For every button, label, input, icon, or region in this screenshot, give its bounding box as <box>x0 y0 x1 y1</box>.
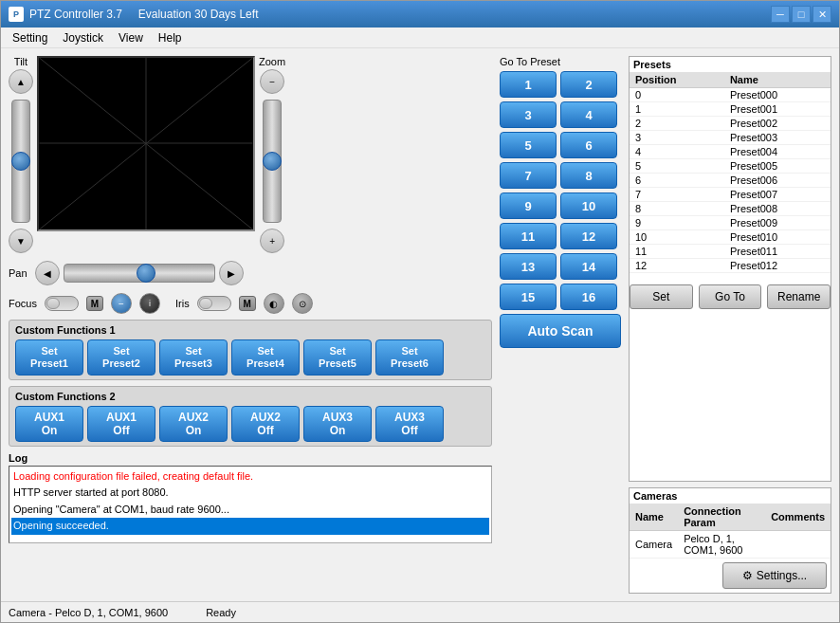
focus-toggle[interactable] <box>45 296 79 311</box>
log-section: Log Loading configuration file failed, c… <box>9 452 492 543</box>
preset-btn-15[interactable]: 15 <box>500 284 557 310</box>
preset-btn-2[interactable]: 2 <box>560 71 617 98</box>
aux1-off-button[interactable]: AUX1Off <box>87 406 155 442</box>
set-preset5-button[interactable]: SetPreset5 <box>303 339 372 376</box>
tilt-down-button[interactable]: ▼ <box>9 229 33 253</box>
iris-toggle[interactable] <box>197 296 231 311</box>
menu-help[interactable]: Help <box>151 29 190 46</box>
camera-comments <box>765 531 831 559</box>
set-preset6-button[interactable]: SetPreset6 <box>375 339 444 376</box>
goto-button[interactable]: Go To <box>699 284 762 309</box>
name-cell: Preset007 <box>724 188 831 202</box>
tilt-slider[interactable] <box>11 100 30 223</box>
app-title: PTZ Controller 3.7 <box>29 8 122 21</box>
col-name: Name <box>724 72 831 88</box>
preset-btn-7[interactable]: 7 <box>500 162 557 189</box>
camera-row: Camera Pelco D, 1, COM1, 9600 <box>630 531 831 559</box>
table-row: 12Preset012 <box>630 259 831 273</box>
col-position: Position <box>630 72 724 88</box>
position-cell: 11 <box>630 245 724 259</box>
zoom-in-button[interactable]: − <box>260 69 284 94</box>
tilt-label: Tilt <box>14 56 27 67</box>
set-preset3-button[interactable]: SetPreset3 <box>159 339 228 376</box>
focus-info-button[interactable]: i <box>139 293 160 314</box>
aux2-on-button[interactable]: AUX2On <box>159 406 228 442</box>
close-button[interactable]: ✕ <box>813 6 831 23</box>
camera-name: Camera <box>630 531 678 559</box>
set-preset4-button[interactable]: SetPreset4 <box>231 339 300 376</box>
zoom-slider[interactable] <box>263 100 282 223</box>
pan-right-button[interactable]: ▶ <box>219 261 244 285</box>
goto-preset-label: Go To Preset <box>500 56 621 67</box>
focus-minus-button[interactable]: − <box>111 293 132 314</box>
camera-connection: Pelco D, 1, COM1, 9600 <box>678 531 765 559</box>
set-preset1-button[interactable]: SetPreset1 <box>15 339 83 376</box>
rename-button[interactable]: Rename <box>767 284 831 309</box>
preset-btn-8[interactable]: 8 <box>560 162 617 189</box>
iris-plus-button[interactable]: ⊙ <box>292 293 313 314</box>
position-cell: 5 <box>630 159 724 174</box>
preset-btn-16[interactable]: 16 <box>560 284 617 310</box>
set-preset2-button[interactable]: SetPreset2 <box>87 339 155 376</box>
table-row: 6Preset006 <box>630 174 831 188</box>
aux3-on-button[interactable]: AUX3On <box>303 406 372 442</box>
cam-col-name: Name <box>630 504 678 531</box>
name-cell: Preset001 <box>724 102 831 117</box>
log-entry-selected: Opening succeeded. <box>11 518 489 534</box>
iris-minus-button[interactable]: ◐ <box>264 293 284 314</box>
zoom-label: Zoom <box>259 56 285 67</box>
cam-col-connection: Connection Param <box>678 504 765 531</box>
position-cell: 1 <box>630 102 724 117</box>
aux2-off-button[interactable]: AUX2Off <box>231 406 300 442</box>
aux1-on-button[interactable]: AUX1On <box>15 406 83 442</box>
zoom-section: Zoom − + <box>259 56 285 253</box>
maximize-button[interactable]: □ <box>792 6 811 23</box>
aux3-off-button[interactable]: AUX3Off <box>375 406 444 442</box>
name-cell: Preset006 <box>724 174 831 188</box>
preset-btn-9[interactable]: 9 <box>500 192 557 219</box>
preset-btn-11[interactable]: 11 <box>500 223 557 249</box>
iris-label: Iris <box>175 298 190 309</box>
menu-joystick[interactable]: Joystick <box>55 29 111 46</box>
log-entry: Loading configuration file failed, creat… <box>11 468 489 485</box>
set-button[interactable]: Set <box>630 284 693 309</box>
preset-btn-5[interactable]: 5 <box>500 132 557 158</box>
tilt-up-button[interactable]: ▲ <box>9 69 33 94</box>
name-cell: Preset009 <box>724 216 831 230</box>
pan-section: Pan ◀ ▶ <box>9 261 492 285</box>
preset-btn-6[interactable]: 6 <box>560 132 617 158</box>
log-entry: Opening "Camera" at COM1, baud rate 9600… <box>11 502 489 518</box>
pan-left-button[interactable]: ◀ <box>35 261 60 285</box>
table-row: 4Preset004 <box>630 145 831 159</box>
preset-btn-10[interactable]: 10 <box>560 192 617 219</box>
focus-label: Focus <box>9 298 37 309</box>
main-content: Tilt ▲ ▼ Zoom − <box>1 48 839 601</box>
preset-btn-1[interactable]: 1 <box>500 71 557 98</box>
preset-btn-13[interactable]: 13 <box>500 253 557 280</box>
table-row: 11Preset011 <box>630 245 831 259</box>
gear-icon: ⚙ <box>742 569 753 582</box>
position-cell: 8 <box>630 202 724 216</box>
preset-btn-12[interactable]: 12 <box>560 223 617 249</box>
iris-m-button[interactable]: M <box>239 296 256 311</box>
auto-scan-button[interactable]: Auto Scan <box>500 314 621 348</box>
menu-bar: Setting Joystick View Help <box>1 27 839 48</box>
zoom-out-button[interactable]: + <box>260 229 284 253</box>
settings-button[interactable]: ⚙ Settings... <box>722 562 827 589</box>
main-window: P PTZ Controller 3.7 Evaluation 30 Days … <box>0 0 840 623</box>
ptz-section: Tilt ▲ ▼ Zoom − <box>9 56 492 253</box>
preset-btn-14[interactable]: 14 <box>560 253 617 280</box>
name-cell: Preset002 <box>724 117 831 131</box>
menu-setting[interactable]: Setting <box>5 29 55 46</box>
minimize-button[interactable]: ─ <box>771 6 790 23</box>
table-row: 5Preset005 <box>630 159 831 174</box>
menu-view[interactable]: View <box>111 29 151 46</box>
log-box[interactable]: Loading configuration file failed, creat… <box>9 466 492 543</box>
focus-m-button[interactable]: M <box>86 296 103 311</box>
pan-slider[interactable] <box>64 264 215 283</box>
preset-btn-3[interactable]: 3 <box>500 101 557 128</box>
table-row: 7Preset007 <box>630 188 831 202</box>
preset-btn-4[interactable]: 4 <box>560 101 617 128</box>
presets-table-container[interactable]: Position Name 0Preset0001Preset0012Prese… <box>630 72 831 281</box>
center-panel: Go To Preset 1 2 3 4 5 6 7 8 9 10 11 12 … <box>500 56 621 594</box>
